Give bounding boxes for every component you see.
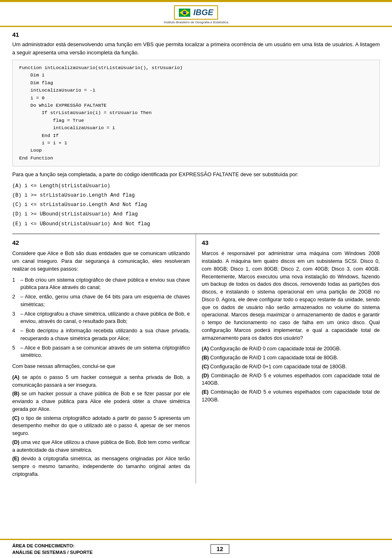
step-1: 1 – Bob criou um sistema criptográfico d… — [12, 276, 190, 292]
logo-box: IBGE — [174, 5, 218, 20]
footer-area-label: ÁREA DE CONHECIMENTO: — [12, 542, 93, 549]
step-4: 4 – Bob decriptou a informação recebida … — [12, 327, 190, 343]
svg-point-2 — [183, 11, 186, 14]
step-4-num: 4 — [12, 327, 18, 343]
q41-option-e: (E) i <= UBound(strListaUsuario) And Not… — [12, 220, 380, 229]
step-2-num: 2 — [12, 293, 18, 309]
step-3-text: – Alice criptografou a chave simétrica, … — [20, 310, 190, 326]
question-42: 42 Considere que Alice e Bob são duas en… — [12, 234, 196, 484]
two-column-section: 42 Considere que Alice e Bob são duas en… — [12, 233, 380, 484]
code-block-41: Function intLocalizaUsuario(strListaUsua… — [12, 60, 380, 166]
question-43-text: Marcos é responsável por administrar uma… — [202, 250, 380, 342]
step-2-text: – Alice, então, gerou uma chave de 64 bi… — [20, 293, 190, 309]
footer-area-value: ANÁLISE DE SISTEMAS / SUPORTE — [12, 549, 93, 556]
logo-text: IBGE — [194, 8, 214, 17]
q43-option-c: (C) Configuração de RAID 0+1 com capacid… — [202, 363, 380, 371]
brazil-flag-icon — [179, 9, 190, 17]
page-number: 12 — [210, 544, 230, 554]
q42-option-c: (C) o tipo de sistema criptográfico adot… — [12, 415, 190, 437]
question-41: 41 Um administrador está desenvolvendo u… — [12, 31, 380, 229]
page-header: IBGE Instituto Brasileiro de Geografia e… — [0, 2, 392, 27]
step-5: 5 – Alice e Bob passam a se comunicar at… — [12, 344, 190, 360]
question-41-number: 41 — [12, 31, 380, 38]
q42-option-a: (A) se após o passo 5 um hacker consegui… — [12, 374, 190, 389]
q41-option-d: (D) i >= UBound(strListaUsuario) And fla… — [12, 210, 380, 219]
footer-area: ÁREA DE CONHECIMENTO: ANÁLISE DE SISTEMA… — [12, 542, 93, 556]
question-43: 43 Marcos é responsável por administrar … — [196, 234, 380, 484]
question-42-steps: 1 – Bob criou um sistema criptográfico d… — [12, 276, 190, 360]
question-42-options: (A) se após o passo 5 um hacker consegui… — [12, 374, 190, 478]
step-2: 2 – Alice, então, gerou uma chave de 64 … — [12, 293, 190, 309]
question-41-options: (A) i <= Length(strListaUsuario) (B) i >… — [12, 182, 380, 229]
q43-option-a: (A) Configuração de RAID 0 com capacidad… — [202, 345, 380, 353]
q43-option-e: (E) Combinação de RAID 5 e volumes espel… — [202, 388, 380, 404]
question-42-intro: Considere que Alice e Bob são duas entid… — [12, 250, 190, 273]
q41-option-c: (C) i <= strListaUsuario.Length And Not … — [12, 201, 380, 209]
step-1-num: 1 — [12, 276, 18, 292]
q42-option-d: (D) uma vez que Alice utilizou a chave p… — [12, 439, 190, 454]
q42-option-e: (E) devido à criptografia simétrica, as … — [12, 455, 190, 478]
q43-option-d: (D) Combinação de RAID 5 e volumes espel… — [202, 372, 380, 388]
step-5-text: – Alice e Bob passam a se comunicar atra… — [20, 344, 190, 360]
question-43-options: (A) Configuração de RAID 0 com capacidad… — [202, 345, 380, 403]
q41-option-a: (A) i <= Length(strListaUsuario) — [12, 182, 380, 190]
logo-container: IBGE Instituto Brasileiro de Geografia e… — [164, 5, 228, 24]
q41-option-b: (B) i >= strListaUsuario.Length And flag — [12, 191, 380, 200]
q43-option-b: (B) Configuração de RAID 1 com capacidad… — [202, 354, 380, 362]
step-4-text: – Bob decriptou a informação recebida ut… — [20, 327, 190, 343]
question-43-number: 43 — [202, 238, 380, 248]
logo-subtitle: Instituto Brasileiro de Geografia e Esta… — [164, 20, 228, 24]
step-3-num: 3 — [12, 310, 18, 326]
q42-option-b: (B) se um hacker possuir a chave pública… — [12, 390, 190, 413]
page-footer: ÁREA DE CONHECIMENTO: ANÁLISE DE SISTEMA… — [0, 539, 392, 558]
question-41-text2: Para que a função seja completada, a par… — [12, 170, 380, 179]
step-3: 3 – Alice criptografou a chave simétrica… — [12, 310, 190, 326]
question-42-conclusion: Com base nessas afirmações, conclui-se q… — [12, 363, 190, 370]
step-1-text: – Bob criou um sistema criptográfico de … — [20, 276, 190, 292]
question-41-text: Um administrador está desenvolvendo uma … — [12, 40, 380, 56]
question-42-number: 42 — [12, 238, 190, 248]
step-5-num: 5 — [12, 344, 18, 360]
main-content: 41 Um administrador está desenvolvendo u… — [0, 27, 392, 488]
